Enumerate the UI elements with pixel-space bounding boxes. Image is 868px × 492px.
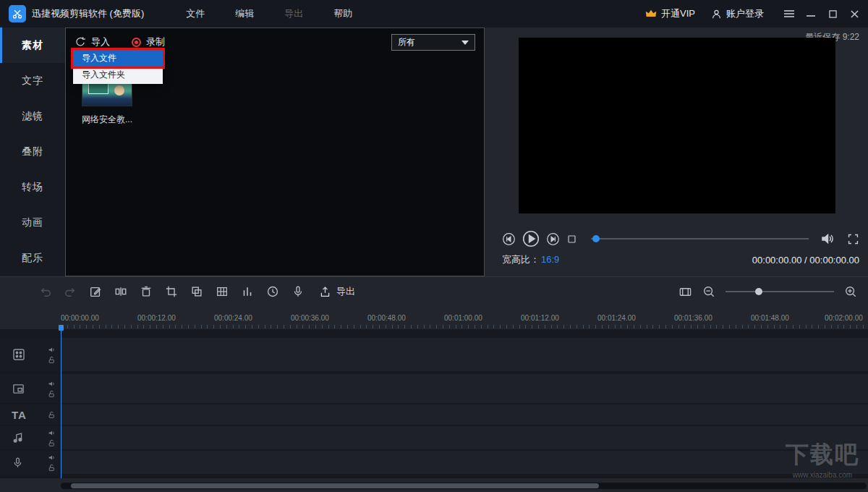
scrollbar-thumb[interactable] <box>71 483 599 488</box>
media-filter-dropdown[interactable]: 所有 <box>391 34 475 51</box>
voice-track-header[interactable] <box>0 451 61 474</box>
login-button[interactable]: 账户登录 <box>711 7 764 20</box>
crop-button[interactable] <box>164 284 179 299</box>
previous-frame-button[interactable] <box>502 232 516 246</box>
timeline-horizontal-scrollbar[interactable] <box>61 483 867 489</box>
window-controls <box>784 9 859 19</box>
play-button[interactable] <box>522 230 540 247</box>
mute-track-icon[interactable] <box>48 380 56 388</box>
undo-button[interactable] <box>38 284 52 299</box>
ruler-label: 00:01:24.00 <box>597 314 636 322</box>
music-track[interactable] <box>0 426 868 449</box>
ruler-label: 00:00:00.00 <box>61 314 99 322</box>
duplicate-button[interactable] <box>190 284 204 299</box>
pip-track-header[interactable] <box>0 374 61 403</box>
user-icon <box>711 9 722 20</box>
video-track[interactable] <box>0 338 868 371</box>
import-icon <box>75 36 86 48</box>
timeline-zoom-slider[interactable] <box>726 287 834 296</box>
lock-track-icon[interactable] <box>48 411 56 419</box>
seek-slider[interactable] <box>591 234 809 244</box>
timeline-export-button[interactable]: 导出 <box>319 285 355 298</box>
import-dropdown-menu: 导入文件 导入文件夹 <box>73 49 163 84</box>
menubar: 文件 编辑 导出 帮助 <box>186 7 352 20</box>
hamburger-menu-icon[interactable] <box>784 9 794 19</box>
close-button[interactable] <box>849 9 859 19</box>
sidebar-item-filter[interactable]: 滤镜 <box>0 98 65 134</box>
redo-button[interactable] <box>63 284 77 299</box>
volume-icon[interactable] <box>820 232 835 246</box>
audio-levels-button[interactable] <box>240 284 255 299</box>
lock-track-icon[interactable] <box>48 390 56 398</box>
record-button[interactable]: 录制 <box>132 35 165 48</box>
music-track-header[interactable] <box>0 426 61 449</box>
export-label: 导出 <box>336 285 355 298</box>
ruler-label: 00:01:48.00 <box>751 314 789 322</box>
mosaic-button[interactable] <box>215 284 229 299</box>
watermark-title: 下载吧 <box>786 439 859 471</box>
lock-track-icon[interactable] <box>48 439 56 447</box>
split-button[interactable] <box>114 284 128 299</box>
ruler-label: 00:00:48.00 <box>367 314 406 322</box>
duration-button[interactable] <box>265 284 280 299</box>
menu-item-import-file[interactable]: 导入文件 <box>73 50 163 67</box>
timeline-zoom-knob[interactable] <box>755 288 762 295</box>
ruler-label: 00:00:24.00 <box>214 314 252 322</box>
video-track-header[interactable] <box>0 338 61 371</box>
titlebar-right: 开通VIP 账户登录 <box>645 7 859 20</box>
ruler-label: 00:01:36.00 <box>674 314 712 322</box>
vip-button[interactable]: 开通VIP <box>645 7 695 20</box>
menu-item-import-folder[interactable]: 导入文件夹 <box>73 67 163 83</box>
mute-track-icon[interactable] <box>48 454 56 462</box>
menu-help[interactable]: 帮助 <box>333 7 352 20</box>
mute-track-icon[interactable] <box>48 346 56 354</box>
voice-track-icon <box>12 457 24 469</box>
playhead-line <box>61 328 61 478</box>
seek-slider-knob[interactable] <box>592 235 600 242</box>
minimize-button[interactable] <box>806 9 816 19</box>
preview-panel: 最近保存 9:22 <box>485 27 868 276</box>
video-preview-screen <box>519 38 835 213</box>
voiceover-mic-button[interactable] <box>291 284 305 299</box>
track-manage-icon[interactable] <box>678 284 692 299</box>
menu-export[interactable]: 导出 <box>284 7 303 20</box>
timeline-zoom-controls <box>678 284 858 299</box>
menu-edit[interactable]: 编辑 <box>235 7 254 20</box>
sidebar-item-animation[interactable]: 动画 <box>0 205 65 240</box>
delete-button[interactable] <box>139 284 153 299</box>
ruler-label: 00:01:00.00 <box>444 314 482 322</box>
ruler-label: 00:00:12.00 <box>137 314 176 322</box>
text-track-header[interactable]: TA <box>0 404 61 425</box>
lock-track-icon[interactable] <box>48 464 56 472</box>
maximize-button[interactable] <box>827 9 838 19</box>
next-frame-button[interactable] <box>546 232 560 246</box>
media-filter-value: 所有 <box>398 36 415 48</box>
timeline-ruler[interactable]: 00:00:00.00 00:00:12.00 00:00:24.00 00:0… <box>0 310 868 329</box>
edit-button[interactable] <box>88 284 103 299</box>
app-window: 迅捷视频剪辑软件 (免费版) 文件 编辑 导出 帮助 开通VIP <box>0 0 868 492</box>
sidebar-item-transition[interactable]: 转场 <box>0 169 65 205</box>
text-track[interactable]: TA <box>0 404 868 425</box>
aspect-ratio-value[interactable]: 16:9 <box>541 254 559 265</box>
preview-info-row: 宽高比：16:9 00:00:00.00 / 00:00:00.00 <box>502 253 859 267</box>
sidebar-item-music[interactable]: 配乐 <box>0 240 65 276</box>
text-track-icon: TA <box>12 409 27 421</box>
voice-track[interactable] <box>0 451 868 474</box>
record-label: 录制 <box>146 35 165 48</box>
sidebar-item-material[interactable]: 素材 <box>0 27 65 63</box>
export-icon <box>319 286 331 298</box>
pip-track[interactable] <box>0 374 868 403</box>
sidebar-item-text[interactable]: 文字 <box>0 63 65 98</box>
sidebar-item-overlay[interactable]: 叠附 <box>0 134 65 169</box>
stop-button[interactable] <box>566 234 577 245</box>
import-button[interactable]: 导入 <box>75 35 110 48</box>
menu-file[interactable]: 文件 <box>186 7 205 20</box>
watermark: 下载吧 www.xiazaiba.com <box>786 439 859 479</box>
zoom-in-icon[interactable] <box>843 284 858 299</box>
ruler-label: 00:02:00.00 <box>825 314 863 322</box>
fullscreen-icon[interactable] <box>847 233 859 245</box>
lock-track-icon[interactable] <box>48 356 56 364</box>
mute-track-icon[interactable] <box>48 429 56 437</box>
music-track-icon <box>12 432 24 444</box>
zoom-out-icon[interactable] <box>702 284 716 299</box>
